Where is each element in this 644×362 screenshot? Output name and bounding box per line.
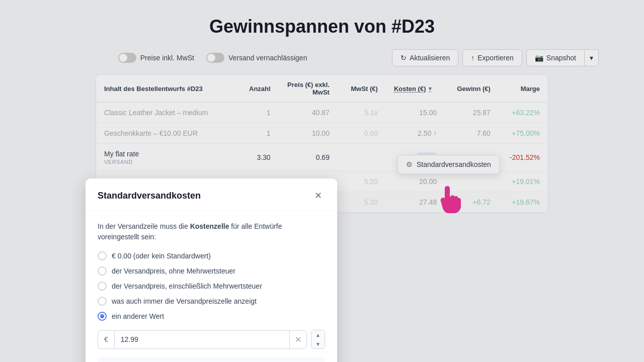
modal-body: In der Versandzeile muss die Kostenzelle… [86,211,337,362]
option-4[interactable]: ein anderer Wert [98,312,325,321]
radio-circle-2 [98,282,107,291]
clear-input-button[interactable]: ✕ [289,331,306,348]
shipping-cost-modal: Standardversandkosten ✕ In der Versandze… [86,178,337,362]
modal-description: In der Versandzeile muss die Kostenzelle… [98,221,325,242]
stepper-down-button[interactable]: ▼ [311,339,325,348]
euro-prefix: € [98,331,115,347]
modal-header: Standardversandkosten ✕ [86,178,337,211]
value-input-row: € ✕ ▲ ▼ [98,330,325,349]
value-input[interactable] [115,331,289,347]
stepper-up-button[interactable]: ▲ [311,330,325,339]
value-stepper: ▲ ▼ [311,330,325,349]
option-0[interactable]: € 0.00 (oder kein Standardwert) [98,251,325,260]
radio-circle-4 [98,312,107,321]
modal-title: Standardversandkosten [98,191,201,201]
option-1[interactable]: der Versandpreis, ohne Mehrwertsteuer [98,266,325,276]
modal-close-button[interactable]: ✕ [311,189,325,203]
radio-circle-1 [98,266,107,276]
euro-input-field: € ✕ [98,330,307,349]
info-box: ℹ Beachten Sie, dass dieser Standardwert… [98,357,325,362]
option-2[interactable]: der Versandpreis, einschließlich Mehrwer… [98,282,325,291]
radio-circle-3 [98,297,107,306]
radio-circle-0 [98,251,107,260]
options-group: € 0.00 (oder kein Standardwert) der Vers… [98,251,325,321]
option-3[interactable]: was auch immer die Versandpreiszelle anz… [98,297,325,306]
